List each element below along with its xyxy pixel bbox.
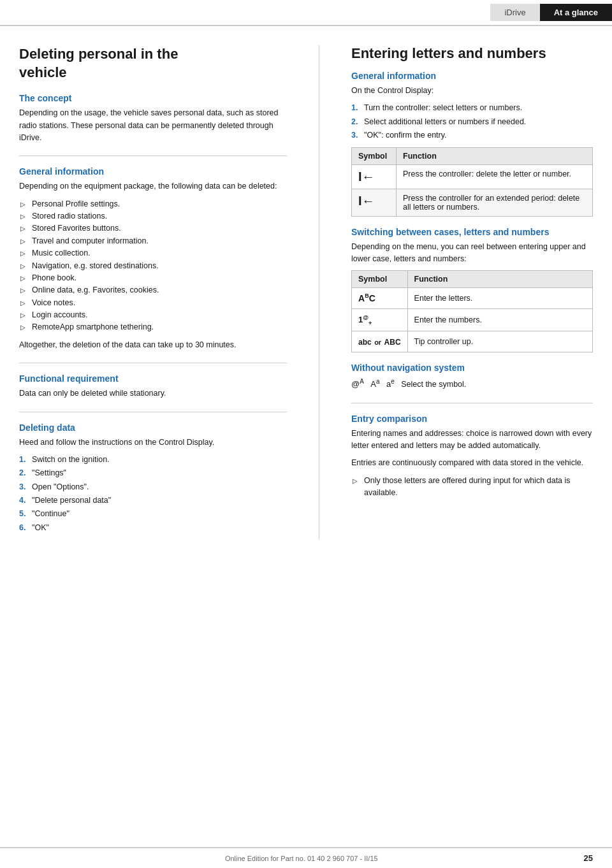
left-section3-body: Data can only be deleted while stationar… bbox=[19, 387, 287, 400]
list-item: RemoteApp smartphone tethering. bbox=[19, 321, 287, 333]
top-navigation-bar: iDrive At a glance bbox=[0, 0, 612, 26]
page-number: 25 bbox=[584, 853, 593, 863]
step-item: 1.Turn the controller: select letters or… bbox=[351, 102, 593, 114]
table2-function-3: Tip controller up. bbox=[407, 331, 592, 352]
right-section3-heading: Without navigation system bbox=[351, 363, 593, 373]
table-row: ABC Enter the letters. bbox=[352, 288, 593, 309]
left-section2-footer: Altogether, the deletion of the data can… bbox=[19, 339, 287, 351]
divider-right-4 bbox=[351, 403, 593, 403]
tab-at-a-glance[interactable]: At a glance bbox=[540, 4, 612, 21]
step-item: 2."Settings" bbox=[19, 467, 287, 479]
divider2 bbox=[19, 363, 287, 363]
right-section4-body2: Entries are continuously compared with d… bbox=[351, 457, 593, 469]
step-item: 5."Continue" bbox=[19, 508, 287, 520]
step-item: 3.Open "Options". bbox=[19, 481, 287, 493]
right-section1-heading: General information bbox=[351, 71, 593, 81]
right-section4-heading: Entry comparison bbox=[351, 414, 593, 424]
table2-col2-header: Function bbox=[407, 271, 592, 288]
page-wrapper: iDrive At a glance Deleting personal in … bbox=[0, 0, 612, 868]
table1-col2-header: Function bbox=[397, 147, 593, 164]
step-item: 6."OK" bbox=[19, 522, 287, 534]
symbol-table-1: Symbol Function I← Press the controller:… bbox=[351, 147, 593, 217]
step-item: 4."Delete personal data" bbox=[19, 495, 287, 507]
right-section4-list: Only those letters are offered during in… bbox=[351, 475, 593, 500]
footer: Online Edition for Part no. 01 40 2 960 … bbox=[0, 847, 612, 868]
right-section1-steps: 1.Turn the controller: select letters or… bbox=[351, 102, 593, 141]
step-item: 1.Switch on the ignition. bbox=[19, 454, 287, 466]
right-main-title: Entering letters and numbers bbox=[351, 45, 593, 62]
step-item: 3."OK": confirm the entry. bbox=[351, 129, 593, 141]
table2-symbol-1: ABC bbox=[352, 288, 408, 309]
list-item: Stored radio stations. bbox=[19, 210, 287, 222]
table2-col1-header: Symbol bbox=[352, 271, 408, 288]
right-column: Entering letters and numbers General inf… bbox=[351, 45, 593, 539]
column-divider bbox=[319, 45, 319, 539]
table1-function-2: Press the controller for an extended per… bbox=[397, 189, 593, 216]
left-section4-heading: Deleting data bbox=[19, 423, 287, 433]
left-section4-steps: 1.Switch on the ignition. 2."Settings" 3… bbox=[19, 454, 287, 534]
table2-symbol-2: 1@+ bbox=[352, 309, 408, 331]
title-line2: vehicle bbox=[19, 64, 67, 80]
table-row: I← Press the controller for an extended … bbox=[352, 189, 593, 216]
left-main-title: Deleting personal in the vehicle bbox=[19, 45, 287, 82]
content-wrapper: Deleting personal in the vehicle The con… bbox=[0, 26, 612, 558]
list-item: Login accounts. bbox=[19, 309, 287, 321]
right-section2-heading: Switching between cases, letters and num… bbox=[351, 227, 593, 237]
list-item: Only those letters are offered during in… bbox=[351, 475, 593, 500]
list-item: Personal Profile settings. bbox=[19, 198, 287, 210]
right-section3-body: @A Aa ae Select the symbol. bbox=[351, 377, 593, 391]
symbol-table-2: Symbol Function ABC Enter the letters. 1… bbox=[351, 270, 593, 352]
left-section4-intro: Heed and follow the instructions on the … bbox=[19, 437, 287, 449]
right-section1-intro: On the Control Display: bbox=[351, 85, 593, 97]
left-section1-body: Depending on the usage, the vehicle save… bbox=[19, 107, 287, 144]
left-section2-heading: General information bbox=[19, 166, 287, 177]
left-section2-list: Personal Profile settings. Stored radio … bbox=[19, 198, 287, 334]
divider3 bbox=[19, 412, 287, 412]
list-item: Travel and computer information. bbox=[19, 235, 287, 247]
left-section3-heading: Functional requirement bbox=[19, 373, 287, 384]
list-item: Online data, e.g. Favorites, cookies. bbox=[19, 284, 287, 296]
table1-symbol-1: I← bbox=[352, 164, 397, 189]
left-section2-intro: Depending on the equipment package, the … bbox=[19, 180, 287, 192]
divider1 bbox=[19, 156, 287, 156]
title-line1: Deleting personal in the bbox=[19, 46, 178, 62]
table1-function-1: Press the controller: delete the letter … bbox=[397, 164, 593, 189]
right-section4-body1: Entering names and addresses: choice is … bbox=[351, 428, 593, 452]
tab-container: iDrive At a glance bbox=[490, 4, 612, 21]
table2-symbol-3: abc or ABC bbox=[352, 331, 408, 352]
table1-symbol-2: I← bbox=[352, 189, 397, 216]
table2-function-2: Enter the numbers. bbox=[407, 309, 592, 331]
step-item: 2.Select additional letters or numbers i… bbox=[351, 116, 593, 128]
table1-col1-header: Symbol bbox=[352, 147, 397, 164]
table-row: I← Press the controller: delete the lett… bbox=[352, 164, 593, 189]
list-item: Music collection. bbox=[19, 247, 287, 259]
list-item: Navigation, e.g. stored destinations. bbox=[19, 260, 287, 272]
list-item: Stored Favorites buttons. bbox=[19, 222, 287, 235]
tab-idrive[interactable]: iDrive bbox=[490, 4, 539, 21]
footer-text: Online Edition for Part no. 01 40 2 960 … bbox=[19, 855, 584, 862]
table-row: 1@+ Enter the numbers. bbox=[352, 309, 593, 331]
left-column: Deleting personal in the vehicle The con… bbox=[19, 45, 287, 539]
list-item: Voice notes. bbox=[19, 297, 287, 309]
table2-function-1: Enter the letters. bbox=[407, 288, 592, 309]
list-item: Phone book. bbox=[19, 272, 287, 284]
left-section1-heading: The concept bbox=[19, 93, 287, 103]
right-section2-intro: Depending on the menu, you can reel betw… bbox=[351, 241, 593, 266]
table-row: abc or ABC Tip controller up. bbox=[352, 331, 593, 352]
